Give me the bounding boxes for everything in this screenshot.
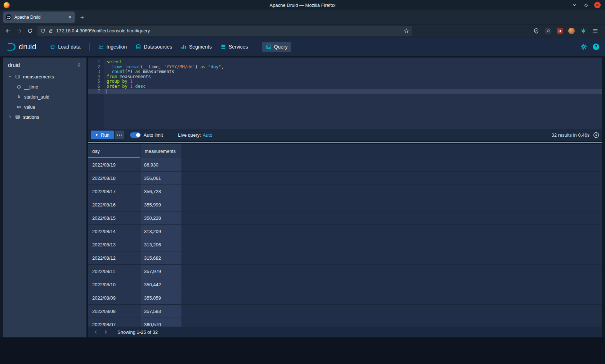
table-row[interactable]: 2022/08/10350,442 xyxy=(88,278,602,291)
cell-measurements[interactable]: 313,209 xyxy=(140,225,182,238)
column-item-station_uuid[interactable]: Astation_uuid xyxy=(3,92,86,102)
next-page-icon[interactable] xyxy=(101,328,111,336)
bookmark-star-icon[interactable] xyxy=(404,28,409,33)
window-maximize-icon[interactable] xyxy=(583,2,589,8)
settings-gear-icon[interactable] xyxy=(581,44,587,50)
table-row[interactable]: 2022/08/18356,061 xyxy=(88,172,602,185)
pocket-shield-icon[interactable] xyxy=(533,28,539,34)
cell-measurements[interactable]: 350,228 xyxy=(140,211,182,224)
table-row[interactable]: 2022/08/12315,682 xyxy=(88,251,602,265)
cell-day[interactable]: 2022/08/11 xyxy=(88,265,140,278)
new-tab-button[interactable] xyxy=(77,12,87,22)
window-shade-icon[interactable] xyxy=(571,2,578,8)
cell-day[interactable]: 2022/08/15 xyxy=(88,211,140,224)
table-row[interactable]: 2022/08/15350,228 xyxy=(88,211,602,225)
cell-measurements[interactable]: 357,979 xyxy=(140,265,182,278)
cell-day[interactable]: 2022/08/16 xyxy=(88,198,140,211)
table-row[interactable]: 2022/08/17356,728 xyxy=(88,185,602,198)
cell-measurements[interactable]: 350,442 xyxy=(140,278,182,291)
hamburger-menu-icon[interactable] xyxy=(592,28,599,34)
results-splitter[interactable] xyxy=(88,142,602,143)
column-header-day[interactable]: day xyxy=(88,144,140,158)
schema-selector[interactable]: druid xyxy=(3,58,86,72)
cell-day[interactable]: 2022/08/10 xyxy=(88,278,140,291)
druid-brand[interactable]: druid xyxy=(6,41,36,52)
auto-limit-toggle[interactable] xyxy=(130,132,141,138)
table-row[interactable]: 2022/08/07360,570 xyxy=(88,318,602,327)
column-header-measurements[interactable]: measurements xyxy=(140,144,182,158)
editor-line[interactable]: 7 xyxy=(88,89,602,94)
ublock-icon[interactable]: u xyxy=(557,28,563,34)
shield-icon[interactable] xyxy=(40,28,45,33)
time-column-icon xyxy=(16,85,22,89)
editor-line[interactable]: 2 time_format(__time, 'YYYY/MM/dd') as "… xyxy=(88,65,602,70)
editor-line[interactable]: 5group by 1 xyxy=(88,79,602,84)
browser-toolbar: 172.18.0.4:30899/unified-console.html#qu… xyxy=(0,24,605,37)
table-row[interactable]: 2022/08/14313,209 xyxy=(88,225,602,238)
editor-line[interactable]: 4from measurements xyxy=(88,74,602,79)
tab-close-icon[interactable] xyxy=(68,15,72,19)
prev-page-icon[interactable] xyxy=(91,328,101,336)
table-item-stations[interactable]: stations xyxy=(3,112,86,122)
cell-day[interactable]: 2022/08/09 xyxy=(88,291,140,304)
cell-measurements[interactable]: 357,593 xyxy=(140,305,182,318)
chevron-down-icon[interactable] xyxy=(8,74,12,79)
cell-day[interactable]: 2022/08/13 xyxy=(88,238,140,251)
cell-day[interactable]: 2022/08/14 xyxy=(88,225,140,238)
nav-item-datasources[interactable]: Datasources xyxy=(132,42,176,52)
schema-switch-icon[interactable] xyxy=(77,63,81,67)
editor-line[interactable]: 6order by 1 desc xyxy=(88,84,602,89)
avatar-extension-icon[interactable] xyxy=(568,28,575,34)
cell-measurements[interactable]: 355,059 xyxy=(140,291,182,304)
run-button[interactable]: Run xyxy=(91,131,114,139)
cell-day[interactable]: 2022/08/19 xyxy=(88,158,140,171)
column-item-value[interactable]: 123value xyxy=(3,102,86,112)
lock-insecure-icon[interactable] xyxy=(48,28,53,33)
cell-day[interactable]: 2022/08/17 xyxy=(88,185,140,198)
live-query-value[interactable]: Auto xyxy=(203,132,212,138)
reload-icon[interactable] xyxy=(24,26,35,36)
cell-measurements[interactable]: 313,206 xyxy=(140,238,182,251)
column-item-__time[interactable]: __time xyxy=(3,82,86,92)
cell-measurements[interactable]: 360,570 xyxy=(140,318,182,327)
nav-item-ingestion[interactable]: Ingestion xyxy=(95,42,131,52)
table-item-measurements[interactable]: measurements xyxy=(3,72,86,82)
nav-item-load-data[interactable]: Load data xyxy=(46,42,84,52)
table-row[interactable]: 2022/08/08357,593 xyxy=(88,305,602,318)
back-icon[interactable] xyxy=(3,26,14,36)
string-column-icon: A xyxy=(16,95,22,99)
window-close-icon[interactable] xyxy=(594,2,601,8)
nav-item-query[interactable]: Query xyxy=(262,42,291,52)
cell-day[interactable]: 2022/08/07 xyxy=(88,318,140,327)
extension-generic-icon[interactable] xyxy=(545,28,551,34)
schema-name: druid xyxy=(8,62,20,68)
cell-measurements[interactable]: 356,728 xyxy=(140,185,182,198)
url-bar[interactable]: 172.18.0.4:30899/unified-console.html#qu… xyxy=(37,26,412,36)
container-asterisk-icon[interactable] xyxy=(580,28,587,34)
browser-tab[interactable]: Apache Druid xyxy=(3,12,75,23)
table-row[interactable]: 2022/08/09355,059 xyxy=(88,291,602,305)
url-text[interactable]: 172.18.0.4:30899/unified-console.html#qu… xyxy=(56,28,401,33)
chevron-right-icon[interactable] xyxy=(8,115,12,119)
forward-icon[interactable] xyxy=(14,26,24,36)
table-row[interactable]: 2022/08/16355,999 xyxy=(88,198,602,211)
table-row[interactable]: 2022/08/1986,930 xyxy=(88,158,602,172)
cell-measurements[interactable]: 356,061 xyxy=(140,172,182,185)
nav-item-segments[interactable]: Segments xyxy=(177,42,215,52)
table-row[interactable]: 2022/08/11357,979 xyxy=(88,265,602,278)
run-more-button[interactable] xyxy=(115,131,124,139)
cell-measurements[interactable]: 86,930 xyxy=(140,158,182,171)
sql-editor[interactable]: 1select2 time_format(__time, 'YYYY/MM/dd… xyxy=(88,58,602,129)
cell-day[interactable]: 2022/08/12 xyxy=(88,251,140,264)
firefox-logo-icon xyxy=(4,2,10,8)
table-row[interactable]: 2022/08/13313,206 xyxy=(88,238,602,251)
editor-line[interactable]: 3 count(*) as measurements xyxy=(88,69,602,74)
help-icon[interactable]: ? xyxy=(593,44,599,50)
cell-measurements[interactable]: 355,999 xyxy=(140,198,182,211)
download-icon[interactable] xyxy=(593,132,599,138)
nav-item-services[interactable]: Services xyxy=(217,42,252,52)
cell-day[interactable]: 2022/08/08 xyxy=(88,305,140,318)
editor-line[interactable]: 1select xyxy=(88,60,602,65)
cell-day[interactable]: 2022/08/18 xyxy=(88,172,140,185)
cell-measurements[interactable]: 315,682 xyxy=(140,251,182,264)
